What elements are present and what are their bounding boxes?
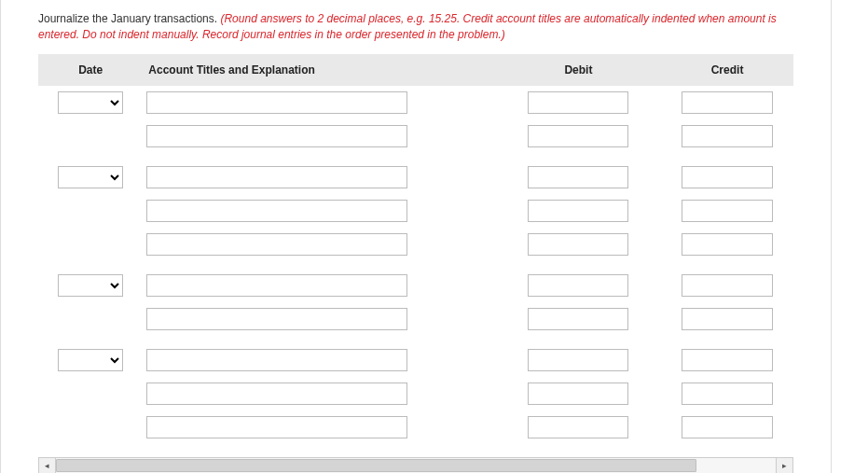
journal-panel: Journalize the January transactions. (Ro…: [0, 0, 832, 473]
credit-cell: [661, 302, 793, 336]
account-input[interactable]: [146, 200, 407, 222]
account-input[interactable]: [146, 125, 407, 147]
spacer-row: [38, 336, 793, 343]
credit-input[interactable]: [682, 349, 773, 371]
credit-input[interactable]: [682, 274, 773, 297]
account-cell: [143, 343, 495, 377]
table-row: [38, 160, 793, 194]
table-row: [38, 194, 793, 228]
account-input[interactable]: [146, 383, 407, 405]
debit-cell: [496, 302, 661, 336]
credit-input[interactable]: [682, 91, 773, 114]
debit-cell: [496, 269, 661, 302]
account-cell: [143, 119, 495, 153]
header-debit: Debit: [496, 54, 661, 86]
credit-cell: [661, 160, 793, 194]
spacer-row: [38, 153, 793, 160]
spacer-row: [38, 261, 793, 269]
table-row: [38, 86, 793, 119]
debit-input[interactable]: [528, 233, 628, 256]
account-input[interactable]: [146, 274, 407, 297]
date-cell: [38, 302, 143, 336]
account-input[interactable]: [146, 416, 407, 438]
date-select[interactable]: [58, 274, 123, 297]
date-cell: [38, 343, 143, 377]
account-input[interactable]: [146, 349, 407, 371]
credit-input[interactable]: [682, 166, 773, 188]
instruction-lead: Journalize the January transactions.: [38, 12, 220, 25]
account-input[interactable]: [146, 308, 407, 330]
table-row: [38, 228, 793, 261]
credit-cell: [661, 86, 793, 119]
debit-cell: [496, 410, 661, 444]
account-cell: [143, 160, 495, 194]
scroll-thumb[interactable]: [56, 459, 696, 472]
horizontal-scrollbar[interactable]: ◂ ▸: [38, 457, 793, 473]
table-row: [38, 410, 793, 444]
table-row: [38, 377, 793, 410]
table-row: [38, 302, 793, 336]
table-row: [38, 119, 793, 153]
table-row: [38, 269, 793, 302]
debit-input[interactable]: [528, 274, 628, 297]
date-select[interactable]: [58, 166, 123, 188]
date-cell: [38, 269, 143, 302]
debit-cell: [496, 160, 661, 194]
credit-cell: [661, 228, 793, 261]
scroll-right-arrow[interactable]: ▸: [776, 458, 792, 473]
credit-cell: [661, 119, 793, 153]
debit-input[interactable]: [528, 349, 628, 371]
date-cell: [38, 119, 143, 153]
debit-input[interactable]: [528, 125, 628, 147]
debit-cell: [496, 228, 661, 261]
credit-cell: [661, 343, 793, 377]
account-cell: [143, 302, 495, 336]
debit-cell: [496, 119, 661, 153]
account-cell: [143, 377, 495, 410]
table-row: [38, 343, 793, 377]
header-row: Date Account Titles and Explanation Debi…: [38, 54, 793, 86]
credit-input[interactable]: [682, 233, 773, 256]
credit-cell: [661, 377, 793, 410]
header-date: Date: [38, 54, 143, 86]
credit-input[interactable]: [682, 308, 773, 330]
journal-table-wrap: Date Account Titles and Explanation Debi…: [1, 54, 831, 444]
debit-input[interactable]: [528, 416, 628, 438]
debit-cell: [496, 377, 661, 410]
date-select[interactable]: [58, 349, 123, 371]
date-cell: [38, 194, 143, 228]
debit-cell: [496, 343, 661, 377]
credit-input[interactable]: [682, 416, 773, 438]
date-select[interactable]: [58, 91, 123, 114]
debit-cell: [496, 194, 661, 228]
scroll-track[interactable]: [56, 458, 776, 473]
date-cell: [38, 377, 143, 410]
credit-input[interactable]: [682, 125, 773, 147]
credit-cell: [661, 410, 793, 444]
instructions: Journalize the January transactions. (Ro…: [1, 11, 831, 54]
account-cell: [143, 410, 495, 444]
account-cell: [143, 86, 495, 119]
account-input[interactable]: [146, 233, 407, 256]
debit-cell: [496, 86, 661, 119]
credit-input[interactable]: [682, 200, 773, 222]
debit-input[interactable]: [528, 166, 628, 188]
account-cell: [143, 194, 495, 228]
debit-input[interactable]: [528, 308, 628, 330]
header-account: Account Titles and Explanation: [143, 54, 495, 86]
scroll-left-arrow[interactable]: ◂: [39, 458, 56, 473]
date-cell: [38, 160, 143, 194]
debit-input[interactable]: [528, 383, 628, 405]
date-cell: [38, 410, 143, 444]
header-credit: Credit: [661, 54, 793, 86]
date-cell: [38, 228, 143, 261]
credit-input[interactable]: [682, 383, 773, 405]
account-input[interactable]: [146, 166, 407, 188]
debit-input[interactable]: [528, 200, 628, 222]
debit-input[interactable]: [528, 91, 628, 114]
account-input[interactable]: [146, 91, 407, 114]
date-cell: [38, 86, 143, 119]
account-cell: [143, 228, 495, 261]
credit-cell: [661, 269, 793, 302]
credit-cell: [661, 194, 793, 228]
